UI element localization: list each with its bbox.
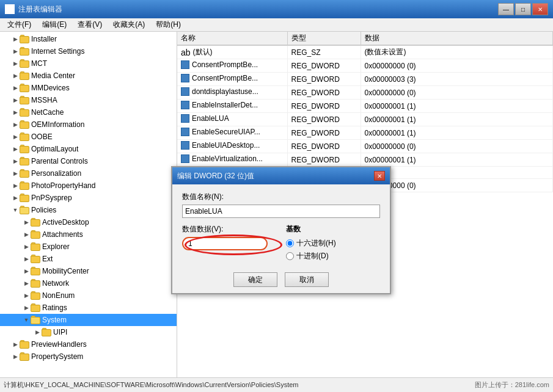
- col-name: 名称: [177, 32, 287, 45]
- menu-file[interactable]: 文件(F): [2, 18, 36, 31]
- menu-view[interactable]: 查看(V): [73, 18, 107, 31]
- menu-favorites[interactable]: 收藏夹(A): [108, 18, 150, 31]
- tree-item-mssha[interactable]: ▶ MSSHA: [0, 94, 177, 106]
- tree-item-mobilitycenter[interactable]: ▶ MobilityCenter: [0, 265, 177, 277]
- table-row[interactable]: EnableInstallerDet... REG_DWORD 0x000000…: [177, 100, 553, 113]
- dialog-ok-button[interactable]: 确定: [233, 272, 277, 287]
- title-bar: 🗂 注册表编辑器 — □ ✕: [0, 0, 553, 18]
- hex-radio[interactable]: [286, 239, 294, 247]
- table-row[interactable]: ab (默认) REG_SZ (数值未设置): [177, 45, 553, 59]
- dec-radio-row: 十进制(D): [286, 251, 380, 261]
- table-row[interactable]: EnableVirtualization... REG_DWORD 0x0000…: [177, 153, 553, 167]
- dialog-name-label: 数值名称(N):: [182, 192, 380, 202]
- table-row[interactable]: dontdisplaylastuse... REG_DWORD 0x000000…: [177, 86, 553, 100]
- menu-edit[interactable]: 编辑(E): [37, 18, 71, 31]
- dialog-close-button[interactable]: ✕: [374, 171, 385, 181]
- table-row[interactable]: ConsentPromptBe... REG_DWORD 0x00000000 …: [177, 59, 553, 73]
- dec-label: 十进制(D): [296, 251, 329, 261]
- tree-item-attachments[interactable]: ▶ Attachments: [0, 228, 177, 241]
- menu-help[interactable]: 帮助(H): [151, 18, 186, 31]
- arrow-installer: ▶: [11, 35, 20, 43]
- dialog-buttons: 确定 取消: [182, 272, 380, 287]
- status-bar: 计算机\HKEY_LOCAL_MACHINE\SOFTWARE\Microsof…: [0, 377, 553, 392]
- tree-item-system[interactable]: ▼ System: [0, 314, 177, 326]
- tree-panel[interactable]: ▶ Installer ▶ Internet Settings ▶ MCT ▶ …: [0, 32, 177, 377]
- tree-item-photopropertyhand[interactable]: ▶ PhotoPropertyHand: [0, 180, 177, 192]
- main-container: ▶ Installer ▶ Internet Settings ▶ MCT ▶ …: [0, 32, 553, 377]
- close-button[interactable]: ✕: [532, 3, 548, 15]
- hex-radio-row: 十六进制(H): [286, 238, 380, 249]
- menu-bar: 文件(F) 编辑(E) 查看(V) 收藏夹(A) 帮助(H): [0, 18, 553, 32]
- window-controls: — □ ✕: [498, 3, 548, 15]
- table-row[interactable]: ConsentPromptBe... REG_DWORD 0x00000003 …: [177, 73, 553, 86]
- dialog-title-bar: 编辑 DWORD (32 位)值 ✕: [172, 167, 390, 184]
- hex-label: 十六进制(H): [296, 238, 336, 249]
- dialog-body: 数值名称(N): 数值数据(V): 基数: [172, 184, 390, 293]
- tree-item-mmdevices[interactable]: ▶ MMDevices: [0, 82, 177, 94]
- status-path: 计算机\HKEY_LOCAL_MACHINE\SOFTWARE\Microsof…: [4, 380, 299, 390]
- tree-item-network[interactable]: ▶ Network: [0, 277, 177, 289]
- tree-item-internet-settings[interactable]: ▶ Internet Settings: [0, 45, 177, 57]
- tree-item-pnpsysprep[interactable]: ▶ PnPSysprep: [0, 192, 177, 204]
- tree-item-explorer[interactable]: ▶ Explorer: [0, 241, 177, 253]
- tree-item-optimallayout[interactable]: ▶ OptimalLayout: [0, 143, 177, 155]
- dialog-base-label: 基数: [286, 224, 380, 234]
- content-area: ▶ Installer ▶ Internet Settings ▶ MCT ▶ …: [0, 32, 553, 377]
- tree-item-parental-controls[interactable]: ▶ Parental Controls: [0, 155, 177, 167]
- minimize-button[interactable]: —: [498, 3, 514, 15]
- tree-item-activedesktop[interactable]: ▶ ActiveDesktop: [0, 216, 177, 228]
- dec-radio[interactable]: [286, 252, 294, 260]
- tree-item-policies[interactable]: ▼ Policies: [0, 204, 177, 216]
- tree-item-ratings[interactable]: ▶ Ratings: [0, 302, 177, 314]
- tree-item-ext[interactable]: ▶ Ext: [0, 253, 177, 265]
- tree-item-personalization[interactable]: ▶ Personalization: [0, 167, 177, 180]
- table-row[interactable]: EnableUIADesktop... REG_DWORD 0x00000000…: [177, 140, 553, 153]
- dialog-title-text: 编辑 DWORD (32 位)值: [177, 171, 254, 181]
- dialog-value-section: 数值数据(V):: [182, 224, 276, 250]
- col-data: 数据: [361, 32, 553, 45]
- dialog-value-input[interactable]: [182, 237, 268, 250]
- tree-item-oobe[interactable]: ▶ OOBE: [0, 131, 177, 143]
- table-row[interactable]: EnableSecureUIAP... REG_DWORD 0x00000001…: [177, 126, 553, 140]
- tree-item-mediacenter[interactable]: ▶ Media Center: [0, 70, 177, 82]
- dialog-cancel-button[interactable]: 取消: [285, 272, 329, 287]
- col-type: 类型: [287, 32, 361, 45]
- folder-icon-installer: [20, 35, 29, 43]
- app-icon: 🗂: [5, 4, 15, 14]
- watermark: 图片上传于：281life.com: [475, 380, 549, 390]
- dialog-name-input[interactable]: [182, 205, 380, 218]
- dialog-data-row: 数值数据(V): 基数 十六进制(H): [182, 224, 380, 264]
- tree-item-propertysystem[interactable]: ▶ PropertySystem: [0, 350, 177, 363]
- window-title: 注册表编辑器: [18, 4, 62, 15]
- reg-name-cell: ab (默认): [177, 45, 287, 59]
- maximize-button[interactable]: □: [515, 3, 531, 15]
- dialog-base-section: 基数 十六进制(H) 十进制(D): [286, 224, 380, 264]
- value-input-wrapper: [182, 237, 268, 250]
- tree-item-oeminformation[interactable]: ▶ OEMInformation: [0, 118, 177, 131]
- tree-item-nonenum[interactable]: ▶ NonEnum: [0, 289, 177, 302]
- table-row[interactable]: EnableLUA REG_DWORD 0x00000001 (1): [177, 113, 553, 126]
- tree-item-netcache[interactable]: ▶ NetCache: [0, 106, 177, 118]
- tree-item-previewhandlers[interactable]: ▶ PreviewHandlers: [0, 338, 177, 350]
- tree-item-mct[interactable]: ▶ MCT: [0, 57, 177, 70]
- edit-dword-dialog: 编辑 DWORD (32 位)值 ✕ 数值名称(N): 数值数据(V):: [171, 166, 391, 294]
- dialog-data-label: 数值数据(V):: [182, 224, 276, 234]
- tree-item-installer[interactable]: ▶ Installer: [0, 33, 177, 45]
- tree-item-uipi[interactable]: ▶ UIPI: [0, 326, 177, 338]
